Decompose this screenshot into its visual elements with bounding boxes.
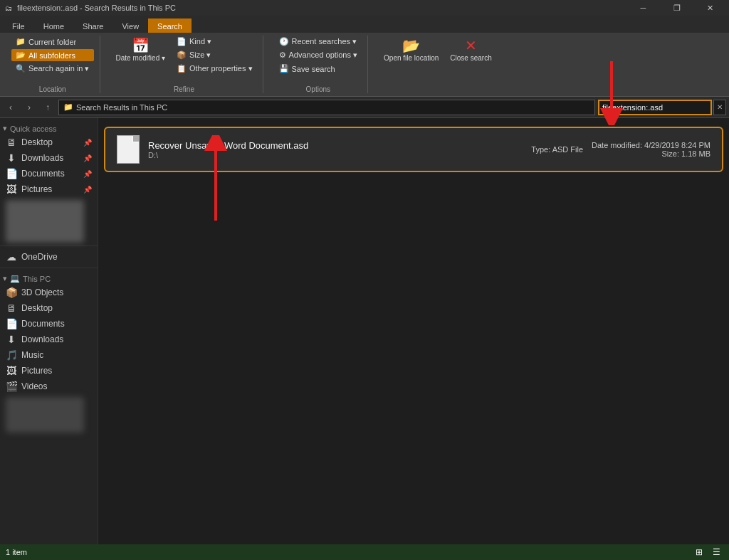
chevron-down-icon: ▾ [3, 124, 7, 133]
ribbon-group-refine: 📅 Date modified ▾ 📄 Kind ▾ 📦 Size ▾ 📋 Ot… [106, 36, 263, 93]
list-view-button[interactable]: ☰ [709, 545, 723, 559]
gear-icon: ⚙ [279, 51, 286, 60]
location-group-label: Location [39, 85, 66, 93]
documents-icon: 📄 [6, 168, 17, 179]
close-button[interactable]: ✕ [694, 0, 726, 16]
kind-icon: 📄 [177, 37, 187, 46]
search-clear-button[interactable]: ✕ [713, 100, 726, 115]
properties-icon: 📋 [177, 64, 187, 73]
date-modified-button[interactable]: 📅 Date modified ▾ [112, 36, 169, 65]
ribbon-group-location: 📁 Current folder 📂 All subfolders 🔍 Sear… [6, 36, 100, 93]
tab-share[interactable]: Share [73, 19, 112, 33]
tab-file[interactable]: File [3, 19, 34, 33]
pictures-icon: 🖼 [6, 184, 17, 195]
item-count: 1 item [6, 548, 27, 556]
recent-searches-button[interactable]: 🕐 Recent searches ▾ [275, 36, 362, 48]
options-group-label: Options [306, 85, 330, 93]
advanced-options-button[interactable]: ⚙ Advanced options ▾ [275, 49, 362, 61]
desktop-icon: 🖥 [6, 137, 17, 148]
file-type: Type: ASD File [531, 145, 583, 154]
sidebar-item-desktop-pc[interactable]: 🖥 Desktop [0, 300, 98, 316]
sidebar-item-onedrive[interactable]: ☁ OneDrive [0, 249, 98, 265]
sidebar-item-desktop[interactable]: 🖥 Desktop 📌 [0, 134, 98, 150]
status-bar: 1 item ⊞ ☰ [0, 544, 729, 560]
folder-breadcrumb-icon: 📁 [63, 102, 73, 112]
this-pc-header[interactable]: ▾ 💻 This PC [0, 271, 98, 285]
file-name: Recover Unsaved Word Document.asd [148, 140, 523, 151]
sidebar-item-documents-pc[interactable]: 📄 Documents [0, 316, 98, 332]
ribbon: 📁 Current folder 📂 All subfolders 🔍 Sear… [0, 33, 729, 97]
forward-button[interactable]: › [21, 100, 37, 115]
up-button[interactable]: ↑ [40, 100, 56, 115]
tab-view[interactable]: View [112, 19, 148, 33]
title-bar: 🗂 fileextension:.asd - Search Results in… [0, 0, 729, 16]
all-subfolders-button[interactable]: 📂 All subfolders [11, 49, 94, 61]
search-result-item[interactable]: Recover Unsaved Word Document.asd D:\ Ty… [104, 127, 723, 172]
address-bar[interactable]: 📁 Search Results in This PC [58, 100, 595, 115]
file-path: D:\ [148, 151, 523, 159]
computer-icon: 💻 [10, 274, 20, 283]
refine-stack: 📄 Kind ▾ 📦 Size ▾ 📋 Other properties ▾ [172, 36, 257, 75]
search-again-icon: 🔍 [16, 64, 26, 73]
desktop-pc-icon: 🖥 [6, 302, 17, 314]
main-area: ▾ Quick access 🖥 Desktop 📌 ⬇ Downloads 📌… [0, 118, 729, 544]
title-bar-left: 🗂 fileextension:.asd - Search Results in… [3, 2, 176, 14]
documents-pc-icon: 📄 [6, 318, 17, 329]
breadcrumb: 📁 Search Results in This PC [63, 102, 167, 112]
pictures-pc-icon: 🖼 [6, 365, 17, 376]
title-bar-title: fileextension:.asd - Search Results in T… [17, 4, 176, 12]
ribbon-tabs: File Home Share View Search [0, 16, 729, 33]
ribbon-group-options: 🕐 Recent searches ▾ ⚙ Advanced options ▾… [269, 36, 369, 93]
open-folder-icon: 📂 [402, 38, 420, 53]
sidebar-item-music[interactable]: 🎵 Music [0, 347, 98, 363]
other-properties-button[interactable]: 📋 Other properties ▾ [172, 63, 257, 75]
sidebar-item-downloads-pc[interactable]: ⬇ Downloads [0, 332, 98, 347]
current-folder-button[interactable]: 📁 Current folder [11, 36, 94, 48]
size-button[interactable]: 📦 Size ▾ [172, 49, 257, 61]
tab-search[interactable]: Search [148, 19, 192, 33]
title-bar-controls: ─ ❐ ✕ [627, 0, 726, 16]
calendar-icon: 📅 [132, 38, 150, 53]
view-controls: ⊞ ☰ [692, 545, 723, 559]
open-file-location-button[interactable]: 📂 Open file location [379, 36, 443, 65]
grid-view-button[interactable]: ⊞ [692, 545, 706, 559]
sidebar-item-pictures-pc[interactable]: 🖼 Pictures [0, 363, 98, 379]
maximize-button[interactable]: ❐ [661, 0, 693, 16]
pin-icon: 📌 [83, 154, 92, 162]
close-search-button[interactable]: ✕ Close search [446, 36, 495, 65]
back-button[interactable]: ‹ [3, 100, 19, 115]
folder-open-icon: 📂 [16, 51, 26, 60]
downloads-pc-icon: ⬇ [6, 334, 17, 345]
search-input[interactable]: fileextension:.asd [598, 100, 712, 115]
file-date-size: Date modified: 4/29/2019 8:24 PM Size: 1… [592, 141, 710, 158]
blurred-content-1 [6, 200, 84, 243]
minimize-button[interactable]: ─ [627, 0, 659, 16]
search-bar-area: fileextension:.asd ✕ [598, 100, 726, 115]
kind-button[interactable]: 📄 Kind ▾ [172, 36, 257, 48]
search-again-button[interactable]: 🔍 Search again in ▾ [11, 63, 94, 75]
tab-home[interactable]: Home [34, 19, 73, 33]
quick-access-header[interactable]: ▾ Quick access [0, 121, 98, 134]
music-icon: 🎵 [6, 349, 17, 361]
pin-icon: 📌 [83, 186, 92, 194]
save-icon: 💾 [279, 64, 289, 73]
sidebar-item-downloads[interactable]: ⬇ Downloads 📌 [0, 150, 98, 166]
save-search-button[interactable]: 💾 Save search [275, 63, 362, 75]
folder-icon: 📁 [16, 37, 26, 46]
close-icon: ✕ [465, 38, 477, 53]
file-icon [117, 135, 140, 164]
sidebar-item-3dobjects[interactable]: 📦 3D Objects [0, 285, 98, 300]
refine-buttons: 📅 Date modified ▾ 📄 Kind ▾ 📦 Size ▾ 📋 Ot… [112, 36, 257, 75]
downloads-icon: ⬇ [6, 152, 17, 164]
sidebar-item-pictures[interactable]: 🖼 Pictures 📌 [0, 181, 98, 197]
sidebar-separator-1 [0, 245, 98, 246]
videos-icon: 🎬 [6, 381, 17, 392]
sidebar-item-videos[interactable]: 🎬 Videos [0, 379, 98, 394]
pin-icon: 📌 [83, 170, 92, 178]
sidebar: ▾ Quick access 🖥 Desktop 📌 ⬇ Downloads 📌… [0, 118, 98, 544]
sidebar-item-documents[interactable]: 📄 Documents 📌 [0, 166, 98, 181]
size-icon: 📦 [177, 51, 187, 60]
3dobjects-icon: 📦 [6, 287, 17, 298]
app-icon: 🗂 [3, 2, 14, 14]
recent-icon: 🕐 [279, 37, 289, 46]
